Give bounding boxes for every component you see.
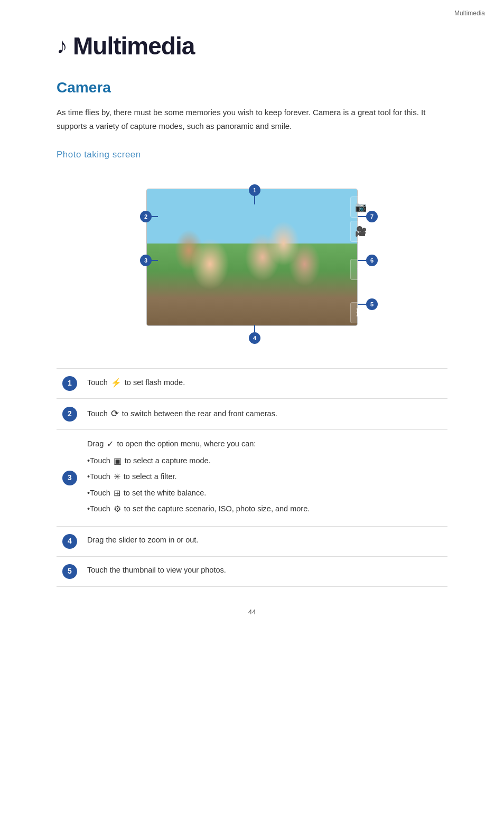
row-2-content: Touch ⟳ to switch between the rear and f… bbox=[83, 399, 447, 430]
table-row: 3 Drag ✓ to open the option menu, where … bbox=[57, 429, 447, 526]
badge-1: 1 bbox=[62, 376, 77, 391]
line-7 bbox=[358, 216, 366, 217]
list-item: •Touch ⊞ to set the white balance. bbox=[87, 486, 443, 500]
chevron-down-icon: ✓ bbox=[107, 437, 114, 451]
row-1-num: 1 bbox=[57, 369, 83, 399]
row-5-num: 5 bbox=[57, 556, 83, 586]
filter-icon: ✳ bbox=[114, 470, 120, 484]
camera-intro: As time flies by, there must be some mem… bbox=[57, 106, 447, 133]
line-1 bbox=[254, 196, 255, 204]
page-title-block: ♪ Multimedia bbox=[57, 32, 447, 60]
table-row: 4 Drag the slider to zoom in or out. bbox=[57, 526, 447, 556]
line-5 bbox=[358, 304, 366, 305]
callout-5: 5 bbox=[366, 298, 378, 310]
badge-4: 4 bbox=[62, 534, 77, 549]
row-4-num: 4 bbox=[57, 526, 83, 556]
callout-6: 6 bbox=[366, 255, 378, 266]
settings-icon: ⚙ bbox=[114, 502, 121, 516]
line-4 bbox=[254, 325, 255, 332]
white-balance-icon: ⊞ bbox=[114, 486, 120, 500]
badge-5: 5 bbox=[62, 564, 77, 579]
photo-simulation bbox=[147, 189, 357, 325]
flash-icon: ⚡ bbox=[111, 376, 122, 390]
row-5-content: Touch the thumbnail to view your photos. bbox=[83, 556, 447, 586]
row-4-content: Drag the slider to zoom in or out. bbox=[83, 526, 447, 556]
line-3 bbox=[152, 260, 158, 261]
list-item: •Touch ⚙ to set the capture scenario, IS… bbox=[87, 502, 443, 516]
option-list: •Touch ▣ to select a capture mode. •Touc… bbox=[87, 454, 443, 517]
callout-3: 3 bbox=[140, 255, 152, 266]
capture-mode-icon: ▣ bbox=[114, 454, 122, 468]
row-3-num: 3 bbox=[57, 429, 83, 526]
camera-section-title: Camera bbox=[57, 79, 447, 96]
camera-diagram: 📷 🎥 ⚙ 🖼 1 2 3 4 5 6 7 bbox=[104, 173, 400, 352]
page-title-text: Multimedia bbox=[73, 32, 194, 60]
table-row: 1 Touch ⚡ to set flash mode. bbox=[57, 369, 447, 399]
line-2 bbox=[152, 216, 158, 217]
row-2-num: 2 bbox=[57, 399, 83, 430]
table-row: 5 Touch the thumbnail to view your photo… bbox=[57, 556, 447, 586]
list-item: •Touch ▣ to select a capture mode. bbox=[87, 454, 443, 468]
camera-video-icon: 🎥 bbox=[350, 221, 371, 242]
camera-image bbox=[146, 189, 358, 326]
photo-taking-subtitle: Photo taking screen bbox=[57, 149, 447, 160]
camera-switch-icon: ⟳ bbox=[111, 406, 119, 422]
list-item: •Touch ✳ to select a filter. bbox=[87, 470, 443, 484]
line-6 bbox=[358, 260, 366, 261]
badge-3: 3 bbox=[62, 471, 77, 485]
badge-2: 2 bbox=[62, 407, 77, 422]
callout-4: 4 bbox=[249, 332, 260, 344]
drag-text: Drag ✓ to open the option menu, where yo… bbox=[87, 437, 443, 451]
page-header-breadcrumb: Multimedia bbox=[454, 10, 485, 17]
callout-1: 1 bbox=[249, 184, 260, 196]
row-3-content: Drag ✓ to open the option menu, where yo… bbox=[83, 429, 447, 526]
table-row: 2 Touch ⟳ to switch between the rear and… bbox=[57, 399, 447, 430]
callout-7: 7 bbox=[366, 211, 378, 222]
callout-2: 2 bbox=[140, 211, 152, 222]
multimedia-icon: ♪ bbox=[57, 35, 68, 57]
row-1-content: Touch ⚡ to set flash mode. bbox=[83, 369, 447, 399]
page-number: 44 bbox=[57, 608, 447, 626]
reference-table: 1 Touch ⚡ to set flash mode. 2 Touch ⟳ t… bbox=[57, 368, 447, 587]
